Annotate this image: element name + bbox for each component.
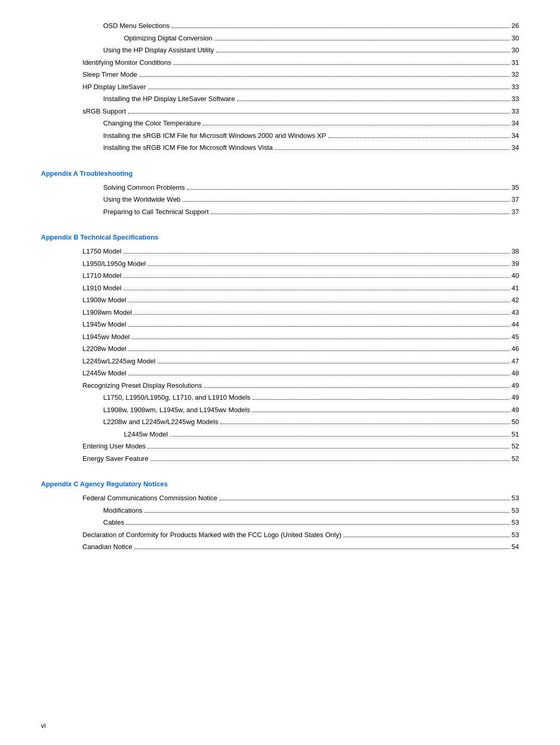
toc-page: 51 bbox=[512, 429, 519, 440]
toc-dots bbox=[173, 64, 509, 65]
toc-label: Using the Worldwide Web bbox=[103, 194, 180, 205]
toc-entry: Sleep Timer Mode32 bbox=[41, 69, 519, 80]
toc-dots bbox=[129, 375, 510, 375]
toc-label: L2245w/L2245wg Model bbox=[82, 356, 156, 367]
toc-label: L2445w Model bbox=[124, 429, 168, 440]
toc-page: 34 bbox=[512, 131, 519, 141]
toc-page: 50 bbox=[512, 417, 519, 427]
toc-label: L1910 Model bbox=[82, 283, 121, 293]
toc-page: 52 bbox=[512, 441, 519, 452]
toc-dots bbox=[220, 424, 510, 424]
toc-page: 35 bbox=[512, 182, 519, 193]
toc-entry: L1910 Model41 bbox=[41, 283, 519, 293]
toc-entry: L1945w Model44 bbox=[41, 319, 519, 330]
toc-dots bbox=[187, 189, 510, 190]
toc-label: L1750 Model bbox=[82, 246, 121, 257]
toc-page: 49 bbox=[512, 392, 519, 403]
toc-page: 40 bbox=[512, 271, 519, 281]
toc-page: 54 bbox=[512, 542, 519, 552]
toc-entry: Declaration of Conformity for Products M… bbox=[41, 530, 519, 540]
toc-entry: L1945wv Model45 bbox=[41, 332, 519, 342]
toc-label: Sleep Timer Mode bbox=[82, 69, 137, 80]
toc-page: 33 bbox=[512, 82, 519, 92]
toc-dots bbox=[148, 89, 510, 89]
toc-dots bbox=[237, 101, 509, 101]
toc-page: 44 bbox=[512, 319, 519, 330]
toc-page: 34 bbox=[512, 143, 519, 153]
toc-page: 42 bbox=[512, 295, 519, 305]
toc-page: 30 bbox=[512, 45, 519, 55]
toc-entry: HP Display LiteSaver33 bbox=[41, 82, 519, 92]
toc-dots bbox=[129, 350, 510, 351]
toc-page: 41 bbox=[512, 283, 519, 293]
toc-label: L1950/L1950g Model bbox=[82, 259, 146, 269]
toc-dots bbox=[123, 290, 509, 290]
toc-label: OSD Menu Selections bbox=[103, 21, 170, 31]
toc-page: 53 bbox=[512, 517, 519, 528]
toc-entry: L1750, L1950/L1950g, L1710, and L1910 Mo… bbox=[41, 392, 519, 403]
toc-label: L1750, L1950/L1950g, L1710, and L1910 Mo… bbox=[103, 392, 250, 403]
toc-label: Declaration of Conformity for Products M… bbox=[82, 530, 341, 540]
toc-entry: L1710 Model40 bbox=[41, 271, 519, 281]
toc-container: OSD Menu Selections26Optimizing Digital … bbox=[41, 21, 519, 552]
toc-label: Installing the sRGB ICM File for Microso… bbox=[103, 143, 273, 153]
toc-page: 32 bbox=[512, 69, 519, 80]
toc-label: Optimizing Digital Conversion bbox=[124, 33, 213, 44]
page-number: vi bbox=[41, 722, 46, 729]
toc-dots bbox=[129, 326, 510, 327]
toc-page: 37 bbox=[512, 207, 519, 217]
toc-entry: Energy Saver Feature52 bbox=[41, 454, 519, 464]
toc-entry: OSD Menu Selections26 bbox=[41, 21, 519, 31]
toc-label: Changing the Color Temperature bbox=[103, 118, 201, 129]
toc-label: Installing the HP Display LiteSaver Soft… bbox=[103, 94, 235, 104]
toc-label: Installing the sRGB ICM File for Microso… bbox=[103, 131, 326, 141]
toc-dots bbox=[172, 27, 510, 28]
toc-label: L1908w Model bbox=[82, 295, 127, 305]
toc-page: 48 bbox=[512, 368, 519, 378]
toc-page: 39 bbox=[512, 259, 519, 269]
toc-page: 33 bbox=[512, 94, 519, 104]
toc-entry: L1908w, 1908wm, L1945w, and L1945wv Mode… bbox=[41, 405, 519, 415]
toc-page: 53 bbox=[512, 530, 519, 540]
toc-label: Modifications bbox=[103, 505, 143, 516]
toc-entry: Entering User Modes52 bbox=[41, 441, 519, 452]
toc-entry: Using the HP Display Assistant Utility30 bbox=[41, 45, 519, 55]
toc-dots bbox=[148, 265, 509, 266]
toc-dots bbox=[328, 137, 510, 138]
section-header-appendix-b: Appendix B Technical Specifications bbox=[41, 233, 519, 241]
toc-page: 53 bbox=[512, 505, 519, 516]
toc-dots bbox=[148, 448, 509, 448]
toc-dots bbox=[219, 500, 509, 500]
toc-dots bbox=[252, 412, 509, 412]
toc-dots bbox=[275, 149, 510, 150]
toc-entry: Installing the sRGB ICM File for Microso… bbox=[41, 131, 519, 141]
toc-entry: Modifications53 bbox=[41, 505, 519, 516]
toc-dots bbox=[216, 52, 510, 52]
toc-dots bbox=[128, 113, 510, 114]
toc-entry: L2208w Model46 bbox=[41, 344, 519, 354]
toc-page: 45 bbox=[512, 332, 519, 342]
toc-page: 49 bbox=[512, 381, 519, 391]
toc-entry: Canadian Notice54 bbox=[41, 542, 519, 552]
toc-label: Using the HP Display Assistant Utility bbox=[103, 45, 214, 55]
toc-entry: Changing the Color Temperature34 bbox=[41, 118, 519, 129]
toc-entry: L2208w and L2245w/L2245wg Models50 bbox=[41, 417, 519, 427]
toc-page: 31 bbox=[512, 58, 519, 68]
toc-label: L1945w Model bbox=[82, 319, 127, 330]
toc-dots bbox=[134, 314, 509, 315]
toc-entry: Solving Common Problems35 bbox=[41, 182, 519, 193]
toc-label: sRGB Support bbox=[82, 106, 126, 117]
toc-entry: Federal Communications Commission Notice… bbox=[41, 493, 519, 503]
toc-label: Energy Saver Feature bbox=[82, 454, 148, 464]
toc-dots bbox=[126, 524, 509, 525]
toc-page: 33 bbox=[512, 106, 519, 117]
toc-dots bbox=[134, 549, 509, 549]
toc-label: HP Display LiteSaver bbox=[82, 82, 146, 92]
toc-label: Identifying Monitor Conditions bbox=[82, 58, 171, 68]
toc-entry: Installing the sRGB ICM File for Microso… bbox=[41, 143, 519, 153]
toc-dots bbox=[158, 363, 510, 363]
toc-dots bbox=[204, 387, 510, 388]
toc-label: Solving Common Problems bbox=[103, 182, 185, 193]
toc-dots bbox=[343, 537, 509, 537]
toc-entry: L2445w Model48 bbox=[41, 368, 519, 378]
